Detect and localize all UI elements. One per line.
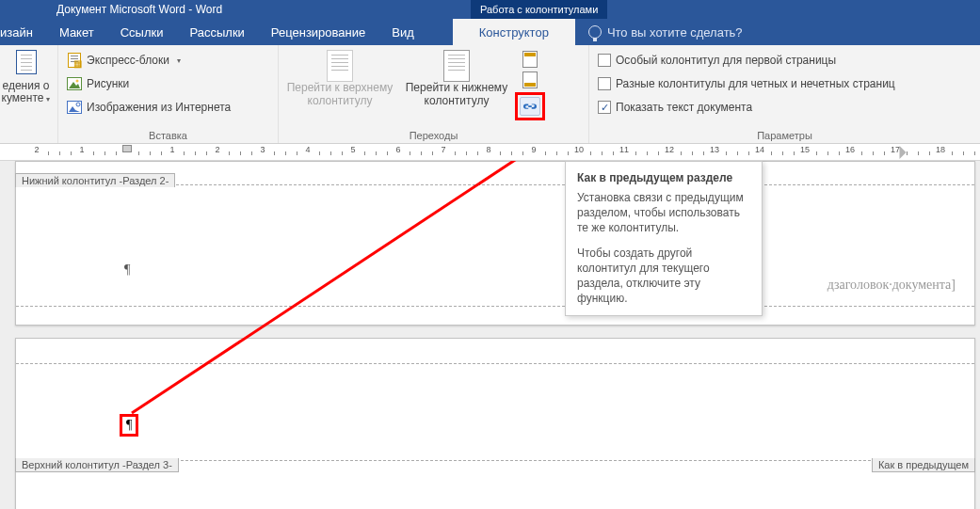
tab-design[interactable]: изайн: [0, 19, 46, 45]
tooltip-link-to-previous: Как в предыдущем разделе Установка связи…: [565, 161, 763, 316]
ruler-label: 6: [395, 145, 400, 154]
indent-marker[interactable]: [122, 145, 132, 152]
footer-region-section2[interactable]: Нижний колонтитул -Раздел 2- ¶ дзаголово…: [16, 184, 974, 307]
tooltip-paragraph: Установка связи с предыдущим разделом, ч…: [577, 190, 750, 236]
pictures-button[interactable]: Рисунки: [64, 73, 233, 94]
doc-info-icon: [16, 50, 37, 74]
page-section3: Верхний колонтитул -Раздел 3- Как в пред…: [15, 338, 975, 509]
link-to-previous-button[interactable]: [520, 97, 540, 116]
online-pictures-button[interactable]: Изображения из Интернета: [64, 97, 233, 118]
title-bar: Документ Microsoft Word - Word Работа с …: [0, 0, 980, 19]
quick-parts-icon: ▦: [67, 53, 82, 68]
contextual-tab-header: Работа с колонтитулами: [471, 0, 607, 19]
ruler-label: 14: [755, 145, 764, 154]
different-first-page-checkbox[interactable]: Особый колонтитул для первой страницы: [595, 50, 898, 71]
ruler-label: 15: [800, 145, 810, 154]
svg-point-2: [76, 80, 79, 83]
checkbox-checked: ✓: [598, 101, 611, 114]
pilcrow-mark[interactable]: ¶: [126, 418, 132, 432]
checkbox-unchecked: [598, 77, 611, 90]
group-options: Особый колонтитул для первой страницы Ра…: [589, 45, 980, 143]
group-docinfo: едения о кументе▾: [0, 45, 58, 143]
ruler-label: 5: [350, 145, 355, 154]
contextual-tab-label: Работа с колонтитулами: [480, 4, 598, 15]
lightbulb-icon: [588, 25, 602, 39]
header-tag-section3: Верхний колонтитул -Раздел 3-: [15, 458, 179, 472]
header-region-section3[interactable]: Верхний колонтитул -Раздел 3- Как в пред…: [16, 363, 974, 461]
group-label-insert: Вставка: [64, 128, 272, 143]
ruler-label: 13: [710, 145, 719, 154]
tooltip-title: Как в предыдущем разделе: [577, 171, 750, 184]
group-label-navigation: Переходы: [284, 128, 583, 143]
ribbon-tabs: изайн Макет Ссылки Рассылки Рецензирован…: [0, 19, 980, 45]
ruler-label: 17: [891, 145, 900, 154]
horizontal-ruler[interactable]: 2112345678910111213141516171819: [0, 144, 980, 161]
right-indent-marker[interactable]: [900, 146, 907, 159]
goto-footer-button[interactable]: Перейти к нижнему колонтитулу: [401, 48, 512, 108]
goto-header-button: Перейти к верхнему колонтитулу: [284, 48, 395, 108]
nav-mini-column: [518, 48, 542, 120]
annotation-highlight-pilcrow: ¶: [120, 414, 138, 437]
group-navigation: Перейти к верхнему колонтитулу Перейти к…: [279, 45, 589, 143]
ruler-label: 12: [665, 145, 674, 154]
goto-header-icon: [324, 50, 356, 82]
tab-layout[interactable]: Макет: [46, 19, 107, 45]
document-canvas: Нижний колонтитул -Раздел 2- ¶ дзаголово…: [0, 161, 980, 509]
tab-mailings[interactable]: Рассылки: [176, 19, 257, 45]
ruler-label: 2: [34, 145, 39, 154]
tab-references[interactable]: Ссылки: [107, 19, 177, 45]
window-title: Документ Microsoft Word - Word: [56, 3, 222, 16]
ruler-label: 11: [619, 145, 629, 154]
tab-view[interactable]: Вид: [378, 19, 427, 45]
page-section2: Нижний колонтитул -Раздел 2- ¶ дзаголово…: [15, 161, 975, 326]
picture-icon: [67, 76, 82, 91]
ruler-label: 8: [486, 145, 490, 154]
tooltip-paragraph: Чтобы создать другой колонтитул для теку…: [577, 246, 750, 307]
annotation-highlight-link-previous: [515, 92, 545, 120]
different-odd-even-checkbox[interactable]: Разные колонтитулы для четных и нечетных…: [595, 73, 898, 94]
show-document-text-checkbox[interactable]: ✓ Показать текст документа: [595, 97, 898, 118]
pilcrow-mark[interactable]: ¶: [124, 262, 130, 278]
group-insert: ▦ Экспресс-блоки ▾ Рисунки Изображения и…: [58, 45, 279, 143]
goto-footer-icon: [441, 50, 473, 82]
prev-section-icon[interactable]: [522, 51, 538, 68]
next-section-icon[interactable]: [522, 72, 538, 88]
group-label-options: Параметры: [595, 128, 974, 143]
online-picture-icon: [67, 100, 82, 115]
ruler-label: 10: [574, 145, 584, 154]
tab-review[interactable]: Рецензирование: [258, 19, 378, 45]
checkbox-unchecked: [598, 54, 611, 67]
link-to-previous-tag: Как в предыдущем: [872, 458, 975, 472]
ruler-label: 3: [260, 145, 265, 154]
ruler-label: 16: [845, 145, 855, 154]
ruler-label: 4: [305, 145, 310, 154]
quick-parts-button[interactable]: ▦ Экспресс-блоки ▾: [64, 50, 233, 71]
tab-constructor[interactable]: Конструктор: [453, 19, 575, 45]
ruler-label: 1: [169, 145, 174, 154]
document-subtitle-field[interactable]: дзаголовок·документа]: [827, 278, 956, 293]
ruler-label: 9: [531, 145, 536, 154]
ruler-label: 7: [441, 145, 445, 154]
footer-tag-section2: Нижний колонтитул -Раздел 2-: [15, 173, 175, 187]
tell-me-search[interactable]: Что вы хотите сделать?: [575, 19, 743, 45]
chevron-down-icon: ▾: [177, 56, 181, 65]
ruler-label: 2: [215, 145, 219, 154]
ruler-label: 1: [79, 145, 84, 154]
ruler-label: 18: [936, 145, 945, 154]
ribbon: едения о кументе▾ ▦ Экспресс-блоки ▾ Рис…: [0, 45, 980, 144]
tell-me-placeholder: Что вы хотите сделать?: [607, 25, 743, 40]
chevron-down-icon: ▾: [46, 95, 50, 103]
